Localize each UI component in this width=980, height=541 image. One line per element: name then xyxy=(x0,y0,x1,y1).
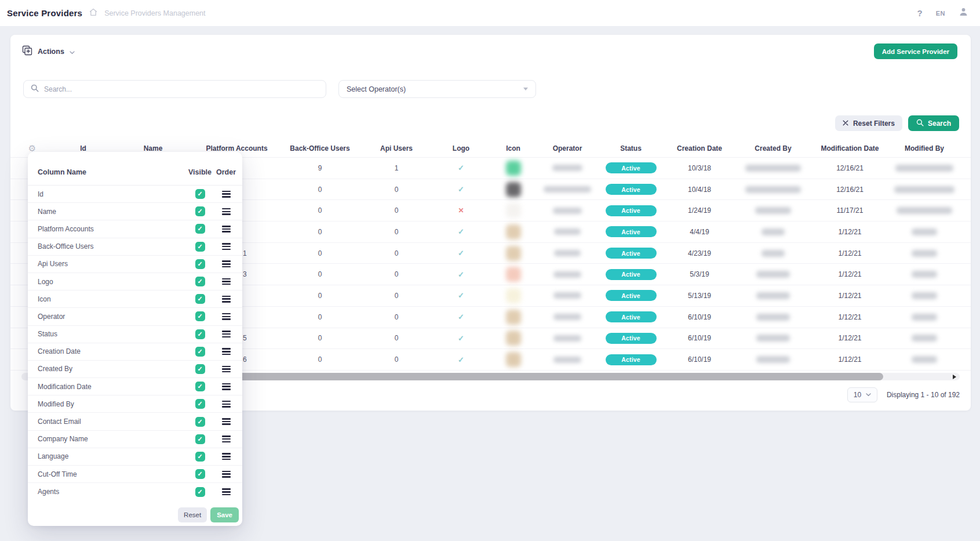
drag-order-handle-icon[interactable] xyxy=(222,226,231,233)
add-service-provider-button[interactable]: Add Service Provider xyxy=(874,43,957,59)
popup-save-button[interactable]: Save xyxy=(210,507,239,522)
column-header-status[interactable]: Status xyxy=(598,144,664,153)
provider-icon-redacted xyxy=(506,288,521,303)
user-icon[interactable] xyxy=(959,7,968,19)
provider-icon-redacted xyxy=(506,161,521,176)
help-icon[interactable]: ? xyxy=(917,8,923,18)
popup-visible-cell: ✓ xyxy=(190,189,210,199)
visible-checkbox[interactable]: ✓ xyxy=(195,417,205,427)
page-size-value: 10 xyxy=(854,391,861,399)
cell-back-office-users: 0 xyxy=(318,249,322,257)
popup-header: Column Name Visible Order xyxy=(28,152,242,186)
column-header-modified-by[interactable]: Modified By xyxy=(888,144,960,153)
drag-order-handle-icon[interactable] xyxy=(222,348,231,355)
visible-checkbox[interactable]: ✓ xyxy=(195,329,205,339)
drag-order-handle-icon[interactable] xyxy=(222,260,231,267)
cell-created-by-redacted xyxy=(756,335,790,342)
column-header-operator[interactable]: Operator xyxy=(537,144,598,153)
visible-checkbox[interactable]: ✓ xyxy=(195,487,205,497)
visible-checkbox[interactable]: ✓ xyxy=(195,189,205,199)
drag-order-handle-icon[interactable] xyxy=(222,488,231,495)
drag-order-handle-icon[interactable] xyxy=(222,313,231,320)
popup-column-label: Language xyxy=(28,452,190,460)
visible-checkbox[interactable]: ✓ xyxy=(195,434,205,444)
scroll-right-arrow-icon[interactable] xyxy=(953,375,956,379)
visible-checkbox[interactable]: ✓ xyxy=(195,347,205,357)
column-settings-gear-icon[interactable]: ⚙ xyxy=(28,144,36,153)
column-header-modification-date[interactable]: Modification Date xyxy=(811,144,888,153)
popup-reset-button[interactable]: Reset xyxy=(178,507,207,522)
visible-checkbox[interactable]: ✓ xyxy=(195,294,205,304)
cell-back-office-users: 0 xyxy=(318,292,322,300)
search-input[interactable] xyxy=(44,85,319,93)
visible-checkbox[interactable]: ✓ xyxy=(195,242,205,252)
drag-order-handle-icon[interactable] xyxy=(222,296,231,303)
popup-column-label: Cut-Off Time xyxy=(28,470,190,478)
visible-checkbox[interactable]: ✓ xyxy=(195,259,205,269)
visible-checkbox[interactable]: ✓ xyxy=(195,382,205,391)
popup-column-row: Status✓ xyxy=(28,326,242,343)
page-size-select[interactable]: 10 xyxy=(847,387,877,402)
cell-api-users: 1 xyxy=(395,164,399,172)
cell-created-by-redacted xyxy=(756,314,790,321)
drag-order-handle-icon[interactable] xyxy=(222,191,231,198)
visible-checkbox[interactable]: ✓ xyxy=(195,399,205,409)
reset-filters-button[interactable]: Reset Filters xyxy=(835,115,902,131)
actions-button[interactable]: Actions xyxy=(22,45,75,58)
chevron-down-icon xyxy=(70,46,75,57)
cell-created-by-redacted xyxy=(745,165,801,172)
chevron-down-icon xyxy=(866,393,871,397)
popup-column-label: Status xyxy=(28,330,190,338)
popup-order-cell xyxy=(210,488,242,495)
column-header-id[interactable]: Id xyxy=(54,144,112,153)
popup-visible-cell: ✓ xyxy=(190,347,210,357)
cell-api-users: 0 xyxy=(395,228,399,236)
visible-checkbox[interactable]: ✓ xyxy=(195,311,205,321)
column-header-api-users[interactable]: Api Users xyxy=(360,144,433,153)
column-header-creation-date[interactable]: Creation Date xyxy=(664,144,735,153)
provider-icon-redacted xyxy=(506,310,521,325)
drag-order-handle-icon[interactable] xyxy=(222,383,231,390)
language-selector[interactable]: EN xyxy=(936,10,945,17)
popup-visible-cell: ✓ xyxy=(190,311,210,321)
drag-order-handle-icon[interactable] xyxy=(222,418,231,425)
operator-select[interactable]: Select Operator(s) xyxy=(338,80,536,98)
search-button[interactable]: Search xyxy=(908,115,959,131)
drag-order-handle-icon[interactable] xyxy=(222,331,231,337)
drag-order-handle-icon[interactable] xyxy=(222,401,231,408)
cell-modification-date: 1/12/21 xyxy=(838,249,861,257)
visible-checkbox[interactable]: ✓ xyxy=(195,277,205,286)
popup-column-label: Back-Office Users xyxy=(28,242,190,250)
drag-order-handle-icon[interactable] xyxy=(222,453,231,460)
drag-order-handle-icon[interactable] xyxy=(222,471,231,478)
scrollbar-thumb[interactable] xyxy=(239,373,883,380)
drag-order-handle-icon[interactable] xyxy=(222,208,231,215)
column-header-created-by[interactable]: Created By xyxy=(735,144,811,153)
column-header-platform-accounts[interactable]: Platform Accounts xyxy=(194,144,280,153)
popup-column-label: Platform Accounts xyxy=(28,225,190,233)
column-header-logo[interactable]: Logo xyxy=(433,144,489,153)
cell-modified-by-redacted xyxy=(912,335,937,342)
popup-items: Id✓Name✓Platform Accounts✓Back-Office Us… xyxy=(28,186,242,500)
cell-operator-redacted xyxy=(554,250,581,256)
visible-checkbox[interactable]: ✓ xyxy=(195,469,205,479)
column-header-icon[interactable]: Icon xyxy=(489,144,537,153)
status-badge: Active xyxy=(606,248,657,259)
drag-order-handle-icon[interactable] xyxy=(222,243,231,250)
search-icon xyxy=(31,84,39,95)
visible-checkbox[interactable]: ✓ xyxy=(195,452,205,462)
cell-modification-date: 11/17/21 xyxy=(837,206,864,215)
visible-checkbox[interactable]: ✓ xyxy=(195,364,205,374)
drag-order-handle-icon[interactable] xyxy=(222,366,231,373)
cell-platform-accounts: 5 xyxy=(243,334,247,342)
column-header-back-office-users[interactable]: Back-Office Users xyxy=(280,144,360,153)
provider-icon-redacted xyxy=(506,224,521,239)
popup-order-cell xyxy=(210,191,242,198)
drag-order-handle-icon[interactable] xyxy=(222,435,231,442)
popup-column-row: Agents✓ xyxy=(28,483,242,500)
visible-checkbox[interactable]: ✓ xyxy=(195,224,205,234)
cell-operator-redacted xyxy=(554,228,581,235)
visible-checkbox[interactable]: ✓ xyxy=(195,206,205,216)
drag-order-handle-icon[interactable] xyxy=(222,278,231,285)
column-header-name[interactable]: Name xyxy=(112,144,194,153)
